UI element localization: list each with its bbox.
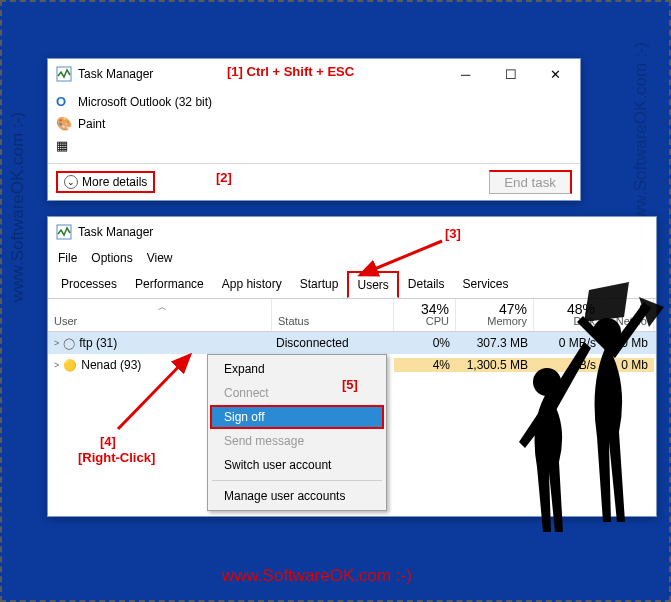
ctx-expand[interactable]: Expand (210, 357, 384, 381)
process-name: Paint (78, 117, 105, 131)
user-icon: 🟡 (63, 359, 77, 372)
menu-file[interactable]: File (58, 251, 77, 265)
watermark-right: www.SoftwareOK.com :-) (631, 42, 651, 232)
generic-app-icon: ▦ (56, 138, 72, 154)
process-list: O Microsoft Outlook (32 bit) 🎨 Paint ▦ (48, 89, 580, 163)
task-manager-icon (56, 66, 72, 82)
header-status[interactable]: Status (272, 299, 394, 331)
ctx-manage-users[interactable]: Manage user accounts (210, 484, 384, 508)
header-user-label: User (54, 315, 77, 327)
task-manager-simple-window: Task Manager ─ ☐ ✕ O Microsoft Outlook (… (47, 58, 581, 201)
maximize-button[interactable]: ☐ (488, 60, 533, 88)
end-task-button[interactable]: End task (489, 170, 572, 194)
outlook-icon: O (56, 94, 72, 110)
tab-startup[interactable]: Startup (291, 271, 348, 298)
header-user[interactable]: ︿ User (48, 299, 272, 331)
watermark-bottom: www.SoftwareOK.com :-) (222, 566, 412, 586)
process-name: Microsoft Outlook (32 bit) (78, 95, 212, 109)
task-manager-icon (56, 224, 72, 240)
process-row[interactable]: O Microsoft Outlook (32 bit) (48, 91, 580, 113)
more-details-button[interactable]: ⌄ More details (56, 171, 155, 193)
expand-chevron-icon[interactable]: > (54, 360, 59, 370)
annotation-4: [4] (100, 434, 116, 449)
annotation-4b: [Right-Click] (78, 450, 155, 465)
user-icon: ◯ (63, 337, 75, 350)
minimize-button[interactable]: ─ (443, 60, 488, 88)
cpu-percent: 34% (421, 301, 449, 317)
sort-chevron-icon: ︿ (158, 301, 167, 314)
annotation-5: [5] (342, 377, 358, 392)
user-cpu: 4% (394, 358, 456, 372)
menu-options[interactable]: Options (91, 251, 132, 265)
separator (212, 480, 382, 481)
process-row[interactable]: 🎨 Paint (48, 113, 580, 135)
more-details-label: More details (82, 175, 147, 189)
annotation-1: [1] Ctrl + Shift + ESC (227, 64, 354, 79)
chevron-down-icon: ⌄ (64, 175, 78, 189)
user-cpu: 0% (394, 336, 456, 350)
user-status: Disconnected (272, 336, 394, 350)
silhouette-figures (489, 272, 669, 562)
annotation-2: [2] (216, 170, 232, 185)
ctx-connect[interactable]: Connect (210, 381, 384, 405)
svg-line-3 (118, 355, 190, 429)
close-button[interactable]: ✕ (533, 60, 578, 88)
ctx-send-message[interactable]: Send message (210, 429, 384, 453)
watermark-left: www.SoftwareOK.com :-) (8, 112, 28, 302)
tab-processes[interactable]: Processes (52, 271, 126, 298)
ctx-sign-off[interactable]: Sign off (210, 405, 384, 429)
ctx-switch-user[interactable]: Switch user account (210, 453, 384, 477)
tab-app-history[interactable]: App history (213, 271, 291, 298)
bottom-bar: ⌄ More details End task (48, 163, 580, 200)
paint-icon: 🎨 (56, 116, 72, 132)
annotation-3: [3] (445, 226, 461, 241)
menu-view[interactable]: View (147, 251, 173, 265)
arrow-4 (110, 347, 210, 437)
expand-chevron-icon[interactable]: > (54, 338, 59, 348)
arrow-3 (352, 233, 452, 283)
header-cpu[interactable]: 34% CPU (394, 299, 456, 331)
svg-line-2 (360, 241, 442, 275)
tab-performance[interactable]: Performance (126, 271, 213, 298)
process-row[interactable]: ▦ (48, 135, 580, 157)
context-menu: Expand Connect Sign off Send message Swi… (207, 354, 387, 511)
